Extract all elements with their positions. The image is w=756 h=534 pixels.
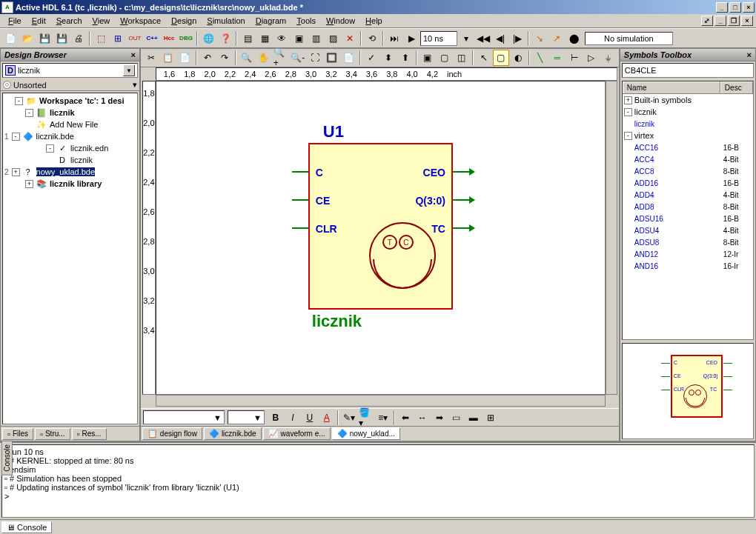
print-icon[interactable]: 🖨: [70, 30, 87, 47]
bold-button[interactable]: B: [268, 410, 284, 426]
restart-icon[interactable]: ⟲: [364, 30, 380, 47]
menu-help[interactable]: Help: [360, 15, 388, 27]
zoom-out-icon[interactable]: 🔍-: [290, 50, 306, 66]
net-icon[interactable]: ⊢: [566, 50, 583, 66]
up-icon[interactable]: ⬆: [397, 50, 414, 66]
db-tab[interactable]: ▫Stru...: [35, 428, 70, 440]
symbol-group[interactable]: +Built-in symbols: [623, 94, 753, 106]
comp3-icon[interactable]: ◫: [454, 50, 470, 66]
out-icon[interactable]: OUT: [127, 30, 143, 47]
tree-expand-icon[interactable]: -: [15, 97, 23, 105]
canvas-tab[interactable]: 📋design flow: [142, 427, 202, 440]
dbg-icon[interactable]: DBG: [178, 30, 194, 47]
trace-in-icon[interactable]: ↘: [531, 30, 548, 47]
hcc-icon[interactable]: Hcc: [161, 30, 177, 47]
symbol-item[interactable]: ADD44-Bit: [623, 189, 753, 201]
tree-node[interactable]: -✓licznik.edn: [4, 142, 136, 154]
tree-expand-icon[interactable]: -: [25, 109, 33, 117]
tree-node[interactable]: -📁Workspace 'tc': 1 desi: [4, 95, 136, 107]
group-expand-icon[interactable]: -: [624, 108, 632, 116]
canvas-tab[interactable]: 📈waveform e...: [263, 427, 331, 440]
bp-icon[interactable]: ⬤: [566, 30, 582, 47]
lib2-icon[interactable]: ⊞: [110, 30, 126, 47]
menu-diagram[interactable]: Diagram: [251, 15, 292, 27]
paste-icon[interactable]: 📄: [177, 50, 193, 66]
zoom-in-icon[interactable]: 🔍+: [273, 50, 289, 66]
symbol-item[interactable]: ADD88-Bit: [623, 201, 753, 213]
symbol-body[interactable]: C CE CLR CEO Q(3:0) TC: [308, 143, 453, 310]
col-desc[interactable]: Desc: [720, 81, 753, 93]
sort-dropdown-icon[interactable]: ▾: [133, 80, 137, 90]
select-icon[interactable]: ↖: [476, 50, 492, 66]
tree-node[interactable]: ✨Add New File: [4, 119, 136, 130]
mem-icon[interactable]: ▨: [325, 30, 341, 47]
sim-time-input[interactable]: [420, 31, 457, 46]
symbol-group[interactable]: -virtex: [623, 130, 753, 141]
check-icon[interactable]: ✓: [363, 50, 379, 66]
list-icon[interactable]: ▦: [256, 30, 273, 47]
tree-node[interactable]: -📗licznik: [4, 107, 136, 119]
console-tab[interactable]: 🖥 Console: [1, 521, 52, 533]
save-all-icon[interactable]: 💾: [53, 30, 70, 47]
symbol-item[interactable]: licznik: [623, 118, 753, 130]
save-icon[interactable]: 💾: [36, 30, 53, 47]
step-fwd-icon[interactable]: |▶: [509, 30, 525, 47]
symbol-item[interactable]: ADSU1616-B: [623, 213, 753, 224]
zoom-page-icon[interactable]: 📄: [341, 50, 357, 66]
tree-expand-icon[interactable]: -: [12, 133, 20, 141]
underline-button[interactable]: U: [302, 410, 318, 426]
dropdown-icon[interactable]: ▾: [458, 30, 474, 47]
console-output[interactable]: ▫ run 10 ns▫ # KERNEL: stopped at time: …: [1, 444, 755, 518]
tree-node[interactable]: Dlicznik: [4, 154, 136, 166]
find-icon[interactable]: 🔍: [239, 50, 255, 66]
symbol-item[interactable]: ADSU44-Bit: [623, 224, 753, 236]
group-expand-icon[interactable]: -: [624, 132, 632, 140]
menu-tools[interactable]: Tools: [291, 15, 321, 27]
gnd-icon[interactable]: ⏚: [600, 50, 617, 66]
zoom-sel-icon[interactable]: 🔲: [324, 50, 340, 66]
port-icon[interactable]: ▷: [583, 50, 600, 66]
canvas-tab[interactable]: 🔷nowy_uklad...: [332, 427, 400, 440]
maximize-button[interactable]: □: [729, 2, 741, 13]
tree-expand-icon[interactable]: +: [12, 168, 20, 176]
menu-view[interactable]: View: [87, 15, 116, 27]
menu-design[interactable]: Design: [166, 15, 202, 27]
size-combo[interactable]: ▼: [228, 410, 265, 424]
design-combo[interactable]: D licznik ▼: [2, 63, 138, 78]
console-side-label[interactable]: Console: [1, 441, 13, 475]
col-name[interactable]: Name: [623, 81, 720, 93]
symbol-item[interactable]: AND1212-Ir: [623, 248, 753, 260]
menu-window[interactable]: Window: [321, 15, 360, 27]
align-center-icon[interactable]: ↔: [414, 410, 431, 426]
line-style-icon[interactable]: ≡▾: [375, 410, 391, 426]
schematic-symbol[interactable]: U1 C CE CLR CEO Q(3:0) TC: [308, 122, 453, 331]
italic-button[interactable]: I: [285, 410, 301, 426]
tree-node[interactable]: 1-🔷licznik.bde: [4, 130, 136, 142]
symbol-filter-input[interactable]: CB4CLE: [622, 63, 754, 78]
tree-expand-icon[interactable]: +: [25, 180, 33, 188]
symbol-item[interactable]: ACC44-Bit: [623, 153, 753, 165]
grid-icon[interactable]: ⊞: [483, 410, 499, 426]
hierarchy-icon[interactable]: ⬍: [380, 50, 397, 66]
menu-simulation[interactable]: Simulation: [202, 15, 250, 27]
close-button[interactable]: ×: [743, 2, 755, 13]
open-icon[interactable]: 📂: [19, 30, 36, 47]
close-x-icon[interactable]: ✕: [342, 30, 358, 47]
symbol-item[interactable]: AND1616-Ir: [623, 260, 753, 272]
new-icon[interactable]: 📄: [2, 30, 19, 47]
symbols-close-icon[interactable]: ×: [747, 50, 752, 59]
menu-search[interactable]: Search: [51, 15, 87, 27]
step-end-icon[interactable]: ⏭: [386, 30, 402, 47]
proc-icon[interactable]: ▣: [291, 30, 307, 47]
stack-icon[interactable]: ▤: [239, 30, 256, 47]
menu-file[interactable]: File: [3, 15, 27, 27]
line-color-icon[interactable]: ✎▾: [341, 410, 357, 426]
tree-node[interactable]: +📚licznik library: [4, 178, 136, 190]
world-icon[interactable]: 🌐: [200, 30, 216, 47]
run-icon[interactable]: ▶: [403, 30, 420, 47]
tree-expand-icon[interactable]: -: [46, 144, 54, 153]
align-right-icon[interactable]: ➡: [431, 410, 448, 426]
menu-edit[interactable]: Edit: [27, 15, 51, 27]
lib-icon[interactable]: ⬚: [93, 30, 109, 47]
step-back-icon[interactable]: ◀|: [492, 30, 508, 47]
